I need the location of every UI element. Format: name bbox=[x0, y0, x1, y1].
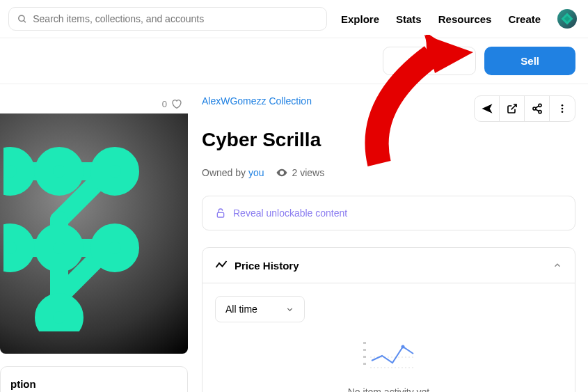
external-link-icon[interactable] bbox=[500, 96, 525, 121]
svg-line-1 bbox=[24, 20, 26, 22]
nav-resources[interactable]: Resources bbox=[438, 13, 492, 25]
svg-point-15 bbox=[100, 233, 130, 263]
svg-rect-28 bbox=[363, 342, 366, 344]
svg-point-11 bbox=[44, 156, 74, 187]
svg-point-26 bbox=[280, 172, 283, 174]
unlockable-content[interactable]: Reveal unlockable content bbox=[202, 196, 575, 230]
item-title: Cyber Scrilla bbox=[202, 129, 575, 151]
activity-icon bbox=[215, 259, 228, 272]
send-icon[interactable] bbox=[475, 96, 500, 121]
lock-icon bbox=[215, 207, 226, 219]
svg-rect-30 bbox=[363, 356, 366, 358]
svg-line-21 bbox=[535, 106, 539, 108]
svg-point-34 bbox=[401, 345, 404, 349]
sell-button[interactable]: Sell bbox=[484, 47, 575, 75]
svg-point-25 bbox=[562, 111, 564, 113]
chevron-down-icon bbox=[285, 305, 294, 314]
search-icon bbox=[17, 14, 27, 24]
svg-point-12 bbox=[100, 156, 130, 187]
search-bar[interactable] bbox=[8, 7, 327, 31]
svg-point-23 bbox=[562, 104, 564, 107]
nav-stats[interactable]: Stats bbox=[396, 13, 422, 25]
svg-rect-31 bbox=[363, 363, 366, 365]
svg-point-14 bbox=[44, 233, 74, 263]
svg-point-17 bbox=[3, 156, 26, 187]
svg-point-0 bbox=[19, 15, 24, 21]
owner-link[interactable]: you bbox=[248, 167, 264, 178]
nav-create[interactable]: Create bbox=[508, 13, 541, 25]
description-section[interactable]: ption bbox=[0, 366, 188, 392]
svg-line-22 bbox=[535, 109, 539, 111]
svg-rect-29 bbox=[363, 349, 366, 351]
heart-icon[interactable] bbox=[171, 98, 182, 109]
edit-button[interactable]: Edit bbox=[383, 47, 476, 75]
owned-by: Owned by you bbox=[202, 167, 264, 178]
svg-point-16 bbox=[44, 302, 74, 331]
chevron-up-icon bbox=[553, 260, 562, 270]
svg-rect-27 bbox=[217, 212, 223, 217]
more-icon[interactable] bbox=[550, 96, 575, 121]
time-filter-dropdown[interactable]: All time bbox=[215, 296, 305, 322]
empty-activity-text: No item activity yet bbox=[215, 386, 562, 392]
svg-point-18 bbox=[539, 104, 541, 107]
share-icon[interactable] bbox=[525, 96, 550, 121]
svg-point-24 bbox=[562, 108, 564, 110]
svg-point-13 bbox=[3, 233, 26, 263]
profile-avatar[interactable] bbox=[557, 9, 577, 29]
nft-image bbox=[0, 113, 188, 354]
eye-icon bbox=[276, 166, 288, 179]
svg-point-19 bbox=[533, 107, 536, 110]
nav-explore[interactable]: Explore bbox=[341, 13, 379, 25]
collection-link[interactable]: AlexWGomezz Collection bbox=[202, 95, 312, 107]
search-input[interactable] bbox=[33, 13, 318, 24]
favorite-count: 0 bbox=[162, 99, 167, 109]
view-count: 2 views bbox=[292, 167, 325, 178]
empty-chart-icon bbox=[358, 336, 420, 378]
svg-point-20 bbox=[539, 111, 541, 113]
price-history-header[interactable]: Price History bbox=[202, 248, 575, 283]
